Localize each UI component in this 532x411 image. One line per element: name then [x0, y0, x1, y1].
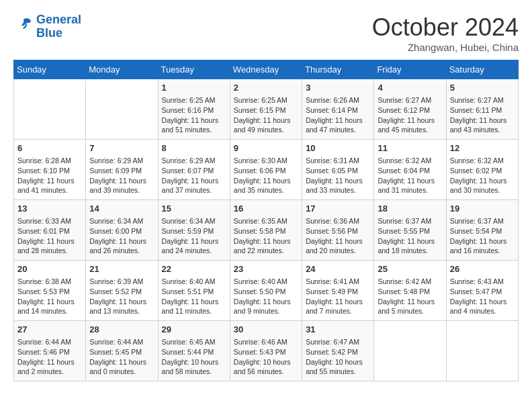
weekday-header-friday: Friday [374, 60, 446, 79]
calendar-cell: 7Sunrise: 6:29 AM Sunset: 6:09 PM Daylig… [86, 140, 158, 200]
day-info: Sunrise: 6:32 AM Sunset: 6:04 PM Dayligh… [378, 156, 442, 195]
calendar-cell: 23Sunrise: 6:40 AM Sunset: 5:50 PM Dayli… [230, 261, 302, 321]
calendar-cell: 13Sunrise: 6:33 AM Sunset: 6:01 PM Dayli… [14, 200, 86, 261]
calendar-cell: 27Sunrise: 6:44 AM Sunset: 5:46 PM Dayli… [14, 321, 86, 381]
calendar-cell [14, 79, 86, 140]
day-info: Sunrise: 6:27 AM Sunset: 6:12 PM Dayligh… [378, 95, 442, 135]
day-number: 8 [162, 142, 226, 154]
day-number: 10 [306, 142, 370, 154]
calendar-cell: 10Sunrise: 6:31 AM Sunset: 6:05 PM Dayli… [302, 140, 374, 200]
calendar-cell: 18Sunrise: 6:37 AM Sunset: 5:55 PM Dayli… [374, 200, 446, 261]
page-header: General Blue October 2024 Zhangwan, Hube… [13, 13, 519, 53]
logo: General Blue [13, 13, 81, 40]
day-info: Sunrise: 6:29 AM Sunset: 6:09 PM Dayligh… [89, 156, 154, 195]
calendar-cell: 15Sunrise: 6:34 AM Sunset: 5:59 PM Dayli… [158, 200, 230, 261]
day-number: 3 [306, 82, 370, 94]
calendar-cell: 9Sunrise: 6:30 AM Sunset: 6:06 PM Daylig… [230, 140, 302, 200]
day-info: Sunrise: 6:34 AM Sunset: 6:00 PM Dayligh… [89, 216, 154, 256]
day-info: Sunrise: 6:44 AM Sunset: 5:45 PM Dayligh… [89, 337, 154, 377]
day-number: 29 [162, 324, 226, 336]
day-number: 31 [306, 324, 370, 336]
day-info: Sunrise: 6:25 AM Sunset: 6:16 PM Dayligh… [162, 95, 226, 135]
day-info: Sunrise: 6:30 AM Sunset: 6:06 PM Dayligh… [234, 156, 298, 195]
day-number: 12 [450, 142, 515, 154]
day-info: Sunrise: 6:43 AM Sunset: 5:47 PM Dayligh… [450, 277, 515, 316]
logo-text: General Blue [36, 13, 81, 40]
day-number: 11 [378, 142, 442, 154]
calendar-cell: 3Sunrise: 6:26 AM Sunset: 6:14 PM Daylig… [302, 79, 374, 140]
day-number: 23 [234, 263, 298, 275]
day-info: Sunrise: 6:42 AM Sunset: 5:48 PM Dayligh… [378, 277, 442, 316]
calendar-cell: 31Sunrise: 6:47 AM Sunset: 5:42 PM Dayli… [302, 321, 374, 381]
day-number: 9 [234, 142, 298, 154]
calendar-week-3: 13Sunrise: 6:33 AM Sunset: 6:01 PM Dayli… [14, 200, 519, 261]
day-info: Sunrise: 6:41 AM Sunset: 5:49 PM Dayligh… [306, 277, 370, 316]
day-info: Sunrise: 6:31 AM Sunset: 6:05 PM Dayligh… [306, 156, 370, 195]
day-info: Sunrise: 6:25 AM Sunset: 6:15 PM Dayligh… [234, 95, 298, 135]
calendar-cell: 11Sunrise: 6:32 AM Sunset: 6:04 PM Dayli… [374, 140, 446, 200]
logo-line1: General [36, 13, 81, 26]
calendar-cell: 17Sunrise: 6:36 AM Sunset: 5:56 PM Dayli… [302, 200, 374, 261]
day-info: Sunrise: 6:38 AM Sunset: 5:53 PM Dayligh… [17, 277, 82, 316]
day-number: 13 [17, 203, 82, 215]
calendar-cell: 25Sunrise: 6:42 AM Sunset: 5:48 PM Dayli… [374, 261, 446, 321]
day-number: 25 [378, 263, 442, 275]
calendar-week-4: 20Sunrise: 6:38 AM Sunset: 5:53 PM Dayli… [14, 261, 519, 321]
calendar-cell: 21Sunrise: 6:39 AM Sunset: 5:52 PM Dayli… [86, 261, 158, 321]
month-title: October 2024 [372, 13, 519, 42]
day-number: 21 [89, 263, 154, 275]
day-info: Sunrise: 6:29 AM Sunset: 6:07 PM Dayligh… [162, 156, 226, 195]
day-number: 24 [306, 263, 370, 275]
day-info: Sunrise: 6:47 AM Sunset: 5:42 PM Dayligh… [306, 337, 370, 377]
day-number: 22 [162, 263, 226, 275]
calendar-cell: 19Sunrise: 6:37 AM Sunset: 5:54 PM Dayli… [446, 200, 518, 261]
calendar-cell: 14Sunrise: 6:34 AM Sunset: 6:00 PM Dayli… [86, 200, 158, 261]
day-info: Sunrise: 6:28 AM Sunset: 6:10 PM Dayligh… [17, 156, 82, 195]
weekday-header-tuesday: Tuesday [158, 60, 230, 79]
day-info: Sunrise: 6:37 AM Sunset: 5:54 PM Dayligh… [450, 216, 515, 256]
weekday-header-sunday: Sunday [14, 60, 86, 79]
day-info: Sunrise: 6:33 AM Sunset: 6:01 PM Dayligh… [17, 216, 82, 256]
day-info: Sunrise: 6:44 AM Sunset: 5:46 PM Dayligh… [17, 337, 82, 377]
day-number: 18 [378, 203, 442, 215]
weekday-header-monday: Monday [86, 60, 158, 79]
day-number: 7 [89, 142, 154, 154]
calendar-cell: 28Sunrise: 6:44 AM Sunset: 5:45 PM Dayli… [86, 321, 158, 381]
day-number: 17 [306, 203, 370, 215]
calendar-cell: 29Sunrise: 6:45 AM Sunset: 5:44 PM Dayli… [158, 321, 230, 381]
day-info: Sunrise: 6:34 AM Sunset: 5:59 PM Dayligh… [162, 216, 226, 256]
calendar-cell [86, 79, 158, 140]
title-block: October 2024 Zhangwan, Hubei, China [372, 13, 519, 53]
day-info: Sunrise: 6:40 AM Sunset: 5:51 PM Dayligh… [162, 277, 226, 316]
calendar-week-1: 1Sunrise: 6:25 AM Sunset: 6:16 PM Daylig… [14, 79, 519, 140]
day-number: 15 [162, 203, 226, 215]
day-number: 6 [17, 142, 82, 154]
calendar-cell [374, 321, 446, 381]
logo-bird-icon [13, 15, 34, 36]
day-info: Sunrise: 6:40 AM Sunset: 5:50 PM Dayligh… [234, 277, 298, 316]
calendar-cell: 16Sunrise: 6:35 AM Sunset: 5:58 PM Dayli… [230, 200, 302, 261]
day-number: 4 [378, 82, 442, 94]
calendar-table: SundayMondayTuesdayWednesdayThursdayFrid… [13, 60, 519, 381]
calendar-cell: 30Sunrise: 6:46 AM Sunset: 5:43 PM Dayli… [230, 321, 302, 381]
day-number: 28 [89, 324, 154, 336]
calendar-cell: 24Sunrise: 6:41 AM Sunset: 5:49 PM Dayli… [302, 261, 374, 321]
day-info: Sunrise: 6:35 AM Sunset: 5:58 PM Dayligh… [234, 216, 298, 256]
day-number: 19 [450, 203, 515, 215]
day-number: 27 [17, 324, 82, 336]
calendar-cell: 12Sunrise: 6:32 AM Sunset: 6:02 PM Dayli… [446, 140, 518, 200]
day-info: Sunrise: 6:27 AM Sunset: 6:11 PM Dayligh… [450, 95, 515, 135]
weekday-header-wednesday: Wednesday [230, 60, 302, 79]
logo-line2: Blue [36, 26, 62, 40]
day-info: Sunrise: 6:45 AM Sunset: 5:44 PM Dayligh… [162, 337, 226, 377]
day-info: Sunrise: 6:32 AM Sunset: 6:02 PM Dayligh… [450, 156, 515, 195]
weekday-header-thursday: Thursday [302, 60, 374, 79]
location-subtitle: Zhangwan, Hubei, China [372, 42, 519, 53]
day-number: 14 [89, 203, 154, 215]
day-info: Sunrise: 6:46 AM Sunset: 5:43 PM Dayligh… [234, 337, 298, 377]
day-info: Sunrise: 6:37 AM Sunset: 5:55 PM Dayligh… [378, 216, 442, 256]
calendar-cell: 6Sunrise: 6:28 AM Sunset: 6:10 PM Daylig… [14, 140, 86, 200]
day-number: 30 [234, 324, 298, 336]
day-number: 2 [234, 82, 298, 94]
day-number: 1 [162, 82, 226, 94]
